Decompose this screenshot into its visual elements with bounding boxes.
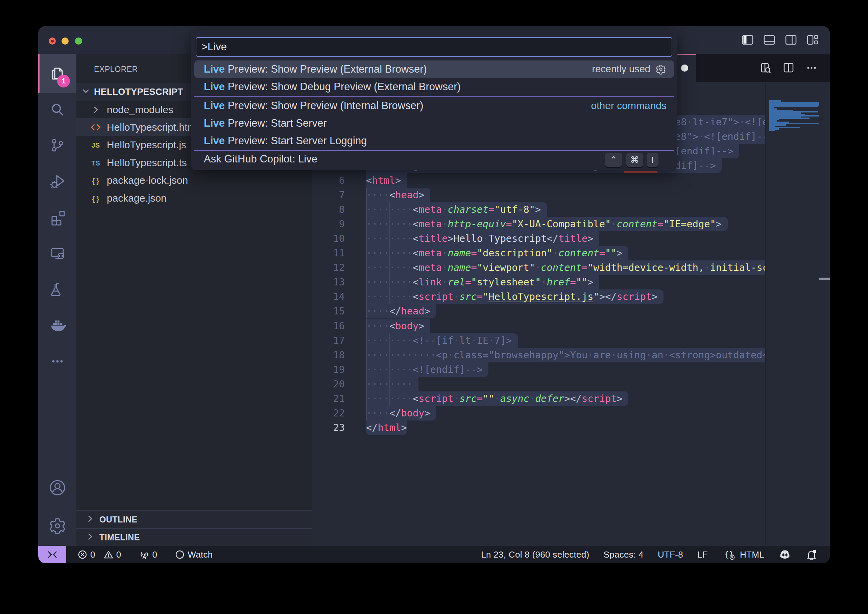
status-encoding[interactable]: UTF-8 (658, 549, 683, 560)
status-label: 0 (152, 549, 157, 560)
activity-docker[interactable] (38, 308, 76, 343)
palette-item-0[interactable]: Live Preview: Show Preview (External Bro… (194, 60, 674, 78)
command-label: Preview: Show Preview (Internal Browser) (225, 100, 423, 112)
status-language-mode[interactable]: {}HTML (722, 549, 764, 560)
overview-ruler-marker (819, 278, 830, 280)
status-label: 0 (90, 549, 95, 560)
line-number: 19 (312, 362, 345, 377)
minimap[interactable] (765, 82, 819, 546)
line-number: 11 (312, 246, 345, 260)
status-label: 0 (116, 549, 121, 560)
code-line-13: ········<link·rel="stylesheet"·href=""> (366, 275, 594, 290)
tab-modified-dot[interactable] (681, 65, 688, 71)
activity-source-control[interactable] (38, 128, 76, 163)
command-label: Preview: Show Preview (External Browser) (225, 63, 427, 75)
keybinding-key: ⌘ (626, 153, 643, 167)
activity-accounts[interactable] (38, 470, 76, 505)
radio-tower-icon (139, 549, 150, 560)
line-number: 8 (312, 202, 345, 217)
chevron-right-icon (85, 514, 95, 525)
status-label: UTF-8 (658, 549, 683, 560)
toggle-panel-button[interactable] (764, 34, 775, 46)
error-icon (78, 549, 87, 560)
activity-testing[interactable] (38, 272, 76, 307)
open-preview-button[interactable] (759, 62, 772, 74)
activity-run-and-debug[interactable] (38, 164, 76, 199)
palette-item-2[interactable]: Live Preview: Show Preview (Internal Bro… (194, 97, 674, 115)
palette-item-3[interactable]: Live Preview: Start Server (194, 115, 674, 132)
pane-label: TIMELINE (100, 533, 140, 543)
other-commands-link[interactable]: other commands (591, 100, 667, 112)
line-number: 23 (312, 420, 345, 435)
code-line-15: ····</head> (366, 304, 430, 318)
line-number: 9 (312, 217, 345, 231)
line-number: 12 (312, 260, 345, 275)
palette-item-5[interactable]: Ask GitHub Copilot: Live (194, 150, 674, 168)
activity-remote-explorer[interactable] (38, 236, 76, 271)
code-line-14: ········<script·src="HelloTypescript.js"… (366, 290, 657, 304)
status-errors[interactable]: 0 (78, 549, 95, 560)
command-label: Preview: Show Debug Preview (External Br… (225, 81, 461, 93)
minimize-button[interactable] (62, 37, 68, 45)
vscode-window: 1 EXPLORER HELLOTYPESCRIPT node_modulesH… (38, 26, 830, 563)
more-actions-button[interactable] (806, 62, 818, 74)
line-number: 16 (312, 319, 345, 333)
line-number: 17 (312, 333, 345, 348)
activity-more-views[interactable] (38, 344, 76, 379)
status-label: HTML (740, 549, 764, 560)
line-number: 22 (312, 406, 345, 420)
code-line-20: ········ (366, 377, 413, 391)
status-label: Spaces: 4 (604, 549, 644, 560)
pane-outline[interactable]: OUTLINE (76, 510, 312, 528)
status-copilot[interactable] (778, 549, 791, 560)
status-warnings[interactable]: 0 (103, 549, 121, 560)
svg-text:{: { (724, 550, 729, 559)
source-control-icon (49, 136, 66, 154)
panel-bottom-icon (764, 34, 775, 46)
remote-explorer-icon (49, 245, 66, 262)
activity-search[interactable] (38, 92, 76, 127)
line-number: 10 (312, 231, 345, 246)
split-editor-button[interactable] (782, 62, 795, 74)
code-line-12: ········<meta·name="viewport"·content="w… (366, 260, 765, 275)
command-label: Preview: Start Server (225, 117, 327, 129)
status-notifications[interactable] (806, 549, 818, 560)
status-eol[interactable]: LF (697, 549, 708, 560)
line-number: 14 (312, 290, 345, 304)
command-input[interactable]: >Live (196, 37, 672, 57)
toggle-primary-sidebar-button[interactable] (742, 34, 753, 46)
toggle-secondary-sidebar-button[interactable] (785, 34, 797, 46)
code-line-11: ········<meta·name="description"·content… (366, 246, 622, 260)
account-icon (48, 478, 67, 497)
code-line-23: </html> (366, 420, 407, 435)
status-watch[interactable]: Watch (175, 549, 213, 560)
split-editor-icon (782, 62, 795, 74)
status-ports[interactable]: 0 (139, 549, 157, 560)
desktop: { "window": { "traffic_lights": ["close"… (0, 0, 868, 614)
remote-indicator[interactable] (38, 546, 66, 563)
remote-icon (46, 549, 59, 561)
activity-extensions[interactable] (38, 200, 76, 235)
activity-bar: 1 (38, 54, 76, 546)
close-button[interactable] (49, 37, 56, 45)
configure-keybinding-icon (655, 64, 667, 75)
minimap-line (769, 106, 818, 107)
palette-item-1[interactable]: Live Preview: Show Debug Preview (Extern… (194, 78, 674, 96)
panel-left-icon (742, 34, 753, 46)
pane-timeline[interactable]: TIMELINE (76, 528, 312, 546)
docker-icon (49, 316, 66, 334)
status-indentation[interactable]: Spaces: 4 (604, 549, 644, 560)
code-line-9: ········<meta·http-equiv="X-UA-Compatibl… (366, 217, 722, 231)
status-cursor-position[interactable]: Ln 23, Col 8 (960 selected) (481, 549, 589, 560)
code-line-22: ····</body> (366, 406, 430, 420)
activity-explorer[interactable]: 1 (38, 54, 76, 93)
zoom-button[interactable] (75, 37, 82, 45)
pane-label: OUTLINE (100, 515, 138, 524)
code-line-19: ········<![endif]--> (366, 362, 483, 377)
status-right: Ln 23, Col 8 (960 selected)Spaces: 4UTF-… (481, 546, 818, 563)
customize-layout-button[interactable] (807, 34, 818, 46)
ellipsis-icon (49, 353, 66, 370)
activity-settings[interactable] (38, 508, 76, 543)
palette-item-4[interactable]: Live Preview: Start Server Logging (194, 132, 674, 150)
preview-icon (759, 62, 772, 74)
